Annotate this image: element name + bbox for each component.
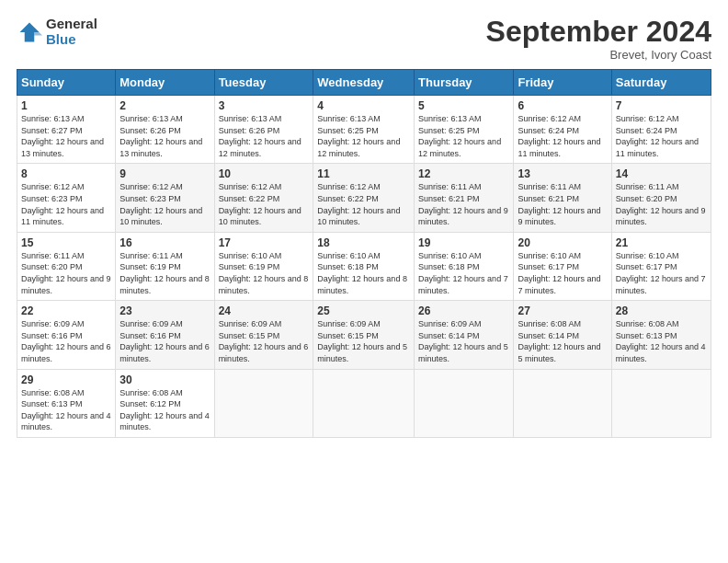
day-info: Sunrise: 6:09 AM Sunset: 6:14 PM Dayligh… — [418, 318, 509, 364]
day-info: Sunrise: 6:08 AM Sunset: 6:12 PM Dayligh… — [119, 387, 210, 433]
day-info: Sunrise: 6:08 AM Sunset: 6:13 PM Dayligh… — [21, 387, 111, 433]
logo-blue-text: Blue — [46, 32, 97, 48]
day-number: 21 — [616, 236, 707, 249]
calendar-cell: 25Sunrise: 6:09 AM Sunset: 6:15 PM Dayli… — [313, 301, 415, 369]
day-number: 6 — [518, 99, 607, 112]
calendar-cell: 23Sunrise: 6:09 AM Sunset: 6:16 PM Dayli… — [116, 301, 214, 369]
calendar-cell: 3Sunrise: 6:13 AM Sunset: 6:26 PM Daylig… — [214, 96, 313, 164]
calendar-cell — [514, 369, 611, 437]
calendar-cell: 10Sunrise: 6:12 AM Sunset: 6:22 PM Dayli… — [214, 164, 313, 232]
calendar-cell: 18Sunrise: 6:10 AM Sunset: 6:18 PM Dayli… — [313, 232, 415, 300]
calendar-cell: 11Sunrise: 6:12 AM Sunset: 6:22 PM Dayli… — [313, 164, 415, 232]
calendar-cell: 26Sunrise: 6:09 AM Sunset: 6:14 PM Dayli… — [415, 301, 514, 369]
day-info: Sunrise: 6:11 AM Sunset: 6:20 PM Dayligh… — [21, 250, 111, 296]
calendar-cell: 4Sunrise: 6:13 AM Sunset: 6:25 PM Daylig… — [313, 96, 415, 164]
day-number: 15 — [21, 236, 111, 249]
day-number: 23 — [119, 304, 210, 317]
day-number: 1 — [21, 99, 111, 112]
day-number: 22 — [21, 304, 111, 317]
calendar-week-2: 8Sunrise: 6:12 AM Sunset: 6:23 PM Daylig… — [17, 164, 711, 232]
logo-icon — [17, 19, 42, 45]
day-number: 17 — [219, 236, 310, 249]
col-tuesday: Tuesday — [214, 70, 313, 96]
calendar-cell — [214, 369, 313, 437]
day-info: Sunrise: 6:13 AM Sunset: 6:25 PM Dayligh… — [418, 113, 509, 159]
calendar-cell: 17Sunrise: 6:10 AM Sunset: 6:19 PM Dayli… — [214, 232, 313, 300]
calendar-cell: 19Sunrise: 6:10 AM Sunset: 6:18 PM Dayli… — [415, 232, 514, 300]
day-info: Sunrise: 6:11 AM Sunset: 6:20 PM Dayligh… — [616, 181, 707, 227]
logo-general-text: General — [46, 17, 97, 32]
day-info: Sunrise: 6:10 AM Sunset: 6:18 PM Dayligh… — [418, 250, 509, 296]
day-number: 20 — [518, 236, 607, 249]
day-info: Sunrise: 6:10 AM Sunset: 6:17 PM Dayligh… — [616, 250, 707, 296]
calendar-cell: 29Sunrise: 6:08 AM Sunset: 6:13 PM Dayli… — [17, 369, 116, 437]
day-number: 16 — [119, 236, 210, 249]
location: Brevet, Ivory Coast — [486, 48, 711, 62]
calendar-cell: 22Sunrise: 6:09 AM Sunset: 6:16 PM Dayli… — [17, 301, 116, 369]
calendar-cell — [415, 369, 514, 437]
day-number: 24 — [219, 304, 310, 317]
day-info: Sunrise: 6:11 AM Sunset: 6:21 PM Dayligh… — [518, 181, 607, 227]
day-number: 14 — [616, 167, 707, 180]
day-number: 27 — [518, 304, 607, 317]
day-info: Sunrise: 6:12 AM Sunset: 6:22 PM Dayligh… — [317, 181, 410, 227]
calendar-cell: 2Sunrise: 6:13 AM Sunset: 6:26 PM Daylig… — [116, 96, 214, 164]
day-number: 26 — [418, 304, 509, 317]
day-info: Sunrise: 6:09 AM Sunset: 6:15 PM Dayligh… — [317, 318, 410, 364]
day-number: 12 — [418, 167, 509, 180]
day-info: Sunrise: 6:11 AM Sunset: 6:21 PM Dayligh… — [418, 181, 509, 227]
calendar-week-5: 29Sunrise: 6:08 AM Sunset: 6:13 PM Dayli… — [17, 369, 711, 437]
day-number: 29 — [21, 373, 111, 386]
col-monday: Monday — [116, 70, 214, 96]
calendar-cell — [313, 369, 415, 437]
calendar-cell: 15Sunrise: 6:11 AM Sunset: 6:20 PM Dayli… — [17, 232, 116, 300]
col-wednesday: Wednesday — [313, 70, 415, 96]
calendar-week-3: 15Sunrise: 6:11 AM Sunset: 6:20 PM Dayli… — [17, 232, 711, 300]
page: General Blue September 2024 Brevet, Ivor… — [0, 0, 728, 563]
calendar-table: Sunday Monday Tuesday Wednesday Thursday… — [17, 69, 711, 438]
month-title: September 2024 — [486, 17, 711, 46]
col-thursday: Thursday — [415, 70, 514, 96]
calendar-body: 1Sunrise: 6:13 AM Sunset: 6:27 PM Daylig… — [17, 96, 711, 438]
day-number: 8 — [21, 167, 111, 180]
svg-marker-1 — [34, 27, 42, 35]
day-info: Sunrise: 6:10 AM Sunset: 6:18 PM Dayligh… — [317, 250, 410, 296]
calendar-cell — [611, 369, 711, 437]
calendar-cell: 14Sunrise: 6:11 AM Sunset: 6:20 PM Dayli… — [611, 164, 711, 232]
calendar-cell: 27Sunrise: 6:08 AM Sunset: 6:14 PM Dayli… — [514, 301, 611, 369]
calendar-cell: 8Sunrise: 6:12 AM Sunset: 6:23 PM Daylig… — [17, 164, 116, 232]
calendar-cell: 28Sunrise: 6:08 AM Sunset: 6:13 PM Dayli… — [611, 301, 711, 369]
day-info: Sunrise: 6:10 AM Sunset: 6:19 PM Dayligh… — [219, 250, 310, 296]
col-sunday: Sunday — [17, 70, 116, 96]
day-number: 25 — [317, 304, 410, 317]
logo: General Blue — [17, 17, 97, 47]
day-info: Sunrise: 6:11 AM Sunset: 6:19 PM Dayligh… — [119, 250, 210, 296]
day-number: 11 — [317, 167, 410, 180]
day-number: 7 — [616, 99, 707, 112]
day-number: 4 — [317, 99, 410, 112]
day-number: 28 — [616, 304, 707, 317]
calendar-cell: 20Sunrise: 6:10 AM Sunset: 6:17 PM Dayli… — [514, 232, 611, 300]
calendar-cell: 6Sunrise: 6:12 AM Sunset: 6:24 PM Daylig… — [514, 96, 611, 164]
calendar-cell: 30Sunrise: 6:08 AM Sunset: 6:12 PM Dayli… — [116, 369, 214, 437]
title-block: September 2024 Brevet, Ivory Coast — [486, 17, 711, 62]
day-info: Sunrise: 6:12 AM Sunset: 6:24 PM Dayligh… — [616, 113, 707, 159]
day-info: Sunrise: 6:10 AM Sunset: 6:17 PM Dayligh… — [518, 250, 607, 296]
day-info: Sunrise: 6:12 AM Sunset: 6:24 PM Dayligh… — [518, 113, 607, 159]
day-info: Sunrise: 6:13 AM Sunset: 6:25 PM Dayligh… — [317, 113, 410, 159]
day-info: Sunrise: 6:08 AM Sunset: 6:13 PM Dayligh… — [616, 318, 707, 364]
day-info: Sunrise: 6:12 AM Sunset: 6:23 PM Dayligh… — [21, 181, 111, 227]
day-number: 18 — [317, 236, 410, 249]
calendar-cell: 13Sunrise: 6:11 AM Sunset: 6:21 PM Dayli… — [514, 164, 611, 232]
calendar-cell: 1Sunrise: 6:13 AM Sunset: 6:27 PM Daylig… — [17, 96, 116, 164]
day-info: Sunrise: 6:12 AM Sunset: 6:23 PM Dayligh… — [119, 181, 210, 227]
day-number: 5 — [418, 99, 509, 112]
calendar-cell: 5Sunrise: 6:13 AM Sunset: 6:25 PM Daylig… — [415, 96, 514, 164]
day-info: Sunrise: 6:09 AM Sunset: 6:16 PM Dayligh… — [21, 318, 111, 364]
day-info: Sunrise: 6:09 AM Sunset: 6:16 PM Dayligh… — [119, 318, 210, 364]
logo-text: General Blue — [46, 17, 97, 47]
header: General Blue September 2024 Brevet, Ivor… — [17, 17, 711, 62]
calendar-cell: 16Sunrise: 6:11 AM Sunset: 6:19 PM Dayli… — [116, 232, 214, 300]
day-number: 19 — [418, 236, 509, 249]
day-info: Sunrise: 6:13 AM Sunset: 6:27 PM Dayligh… — [21, 113, 111, 159]
